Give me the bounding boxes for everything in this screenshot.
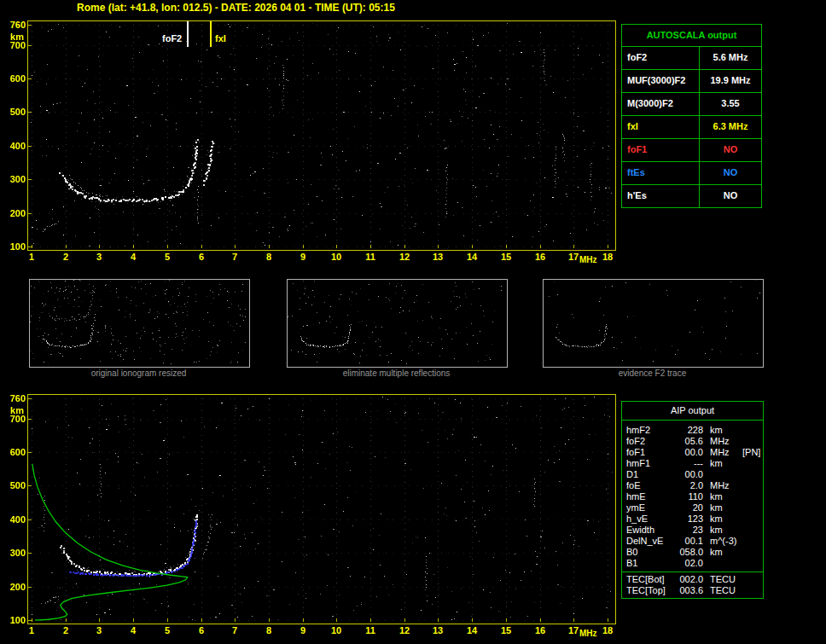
ionogram-plot [27, 20, 616, 251]
y-axis-tick: 200 [0, 208, 26, 218]
aip-row-value: 20 [676, 502, 703, 513]
aip-row-label: foE [622, 480, 676, 491]
autoscala-row-value: 5.6 MHz [700, 47, 761, 69]
y-axis-tick: 300 [0, 548, 26, 558]
aip-row-unit: m^(-3) [703, 536, 739, 547]
autoscala-row: ftEsNO [622, 162, 761, 185]
aip-row-value: 02.0 [676, 558, 703, 569]
x-axis-tick: 14 [462, 252, 482, 262]
x-axis-tick: 13 [428, 252, 448, 262]
y-axis-tick: 100 [0, 615, 26, 625]
aip-row-unit: km [703, 502, 739, 513]
autoscala-row-label: foF2 [622, 47, 700, 69]
fof2-marker-label: foF2 [160, 33, 183, 44]
aip-row-label: hmF1 [622, 458, 676, 469]
aip-row-unit: MHz [703, 436, 739, 447]
aip-row-unit [703, 469, 739, 480]
x-axis-tick: 3 [89, 625, 109, 635]
aip-row-unit: TECU [703, 574, 739, 585]
aip-row-value: --- [676, 458, 703, 469]
autoscala-table-rows: foF25.6 MHzMUF(3000)F219.9 MHzM(3000)F23… [622, 47, 761, 207]
aip-row: B0058.0km [622, 547, 763, 558]
x-axis-tick: 8 [259, 625, 279, 635]
autoscala-row: foF25.6 MHz [622, 47, 761, 70]
aip-row: hmF2228km [622, 425, 763, 436]
aip-row: DelN_vE00.1m^(-3) [622, 536, 763, 547]
aip-row: h_vE123km [622, 513, 763, 525]
aip-row-label: Ewidth [622, 525, 676, 536]
aip-row-unit [703, 558, 739, 569]
autoscala-row-value: NO [700, 185, 761, 207]
autoscala-row-label: fxI [622, 116, 700, 138]
y-axis-tick: 200 [0, 582, 26, 592]
aip-row: foF100.0MHz[PN] [622, 447, 763, 458]
aip-row-value: 00.0 [676, 447, 703, 458]
y-axis-tick: 500 [0, 480, 26, 490]
aip-row-value: 228 [676, 425, 703, 436]
thumbnail-caption: original ionogram resized [29, 368, 248, 378]
autoscala-row: h'EsNO [622, 185, 761, 207]
x-axis-tick: 9 [293, 625, 313, 635]
aip-row-value: 058.0 [676, 547, 703, 558]
aip-row: D100.0 [622, 469, 763, 480]
autoscala-row-value: 6.3 MHz [700, 116, 761, 138]
aip-row-value: 05.6 [676, 436, 703, 447]
autoscala-window: Rome (lat: +41.8, lon: 012.5) - DATE: 20… [0, 0, 826, 644]
aip-row-label: hmE [622, 491, 676, 502]
aip-row-label: B1 [622, 558, 676, 569]
aip-row-value: 00.1 [676, 536, 703, 547]
aip-tec-rows: TEC[Bot]002.0TECUTEC[Top]003.6TECU [622, 571, 763, 598]
y-axis-unit-label: km [2, 32, 24, 42]
x-axis-tick: 5 [157, 625, 177, 635]
aip-table-title: AIP output [622, 402, 763, 421]
x-axis-tick: 11 [360, 625, 381, 635]
thumbnail-evidence-f2-trace [543, 279, 764, 368]
autoscala-row-value: NO [700, 139, 761, 161]
x-axis-tick: 4 [123, 625, 143, 635]
y-axis-tick: 600 [0, 447, 26, 457]
aip-row-unit: km [703, 491, 739, 502]
x-axis-tick: 12 [394, 625, 415, 635]
profile-plot [27, 394, 616, 624]
thumbnail-original-canvas [30, 280, 247, 365]
aip-table-rows: hmF2228kmfoF205.6MHzfoF100.0MHz[PN]hmF1-… [622, 421, 763, 569]
x-axis-tick: 3 [89, 252, 109, 262]
aip-row-value: 23 [676, 525, 703, 536]
aip-row-unit: TECU [703, 585, 739, 596]
autoscala-row-value: NO [700, 162, 761, 184]
aip-row-label: DelN_vE [622, 536, 676, 547]
aip-row: foF205.6MHz [622, 436, 763, 447]
thumbnail-caption: evidence F2 trace [543, 368, 762, 378]
thumbnail-evidence-canvas [544, 280, 761, 365]
autoscala-row-label: foF1 [622, 139, 700, 161]
aip-row-label: hmF2 [622, 425, 676, 436]
aip-row-value: 003.6 [676, 585, 703, 596]
aip-row-note: [PN] [739, 447, 760, 458]
aip-row: hmF1---km [622, 458, 763, 469]
fxi-marker-label: fxI [213, 33, 228, 44]
y-axis-tick: 400 [0, 514, 26, 525]
x-axis-tick: 12 [394, 252, 415, 262]
x-axis-tick: 4 [123, 252, 143, 262]
autoscala-row-label: ftEs [622, 162, 700, 184]
x-axis-tick: 1 [21, 252, 42, 262]
x-axis-tick: 9 [293, 252, 313, 262]
y-axis-tick: 760 [0, 393, 26, 403]
aip-row-label: h_vE [622, 513, 676, 525]
aip-row-unit: km [703, 458, 739, 469]
aip-row-unit: MHz [703, 480, 739, 491]
aip-row-unit: km [703, 425, 739, 436]
x-axis-tick: 10 [326, 625, 346, 635]
ionogram-canvas [28, 21, 614, 248]
autoscala-row: MUF(3000)F219.9 MHz [622, 70, 761, 93]
x-axis-tick: 2 [55, 252, 76, 262]
aip-row: foE2.0MHz [622, 480, 763, 491]
autoscala-row-value: 19.9 MHz [700, 70, 761, 92]
x-axis-tick: 2 [55, 625, 76, 635]
y-axis-tick: 300 [0, 174, 26, 184]
aip-row-label: D1 [622, 469, 676, 480]
y-axis-tick: 600 [0, 73, 26, 84]
aip-row-label: foF2 [622, 436, 676, 447]
aip-row-unit: km [703, 547, 739, 558]
x-axis-tick: 18 [597, 625, 618, 635]
